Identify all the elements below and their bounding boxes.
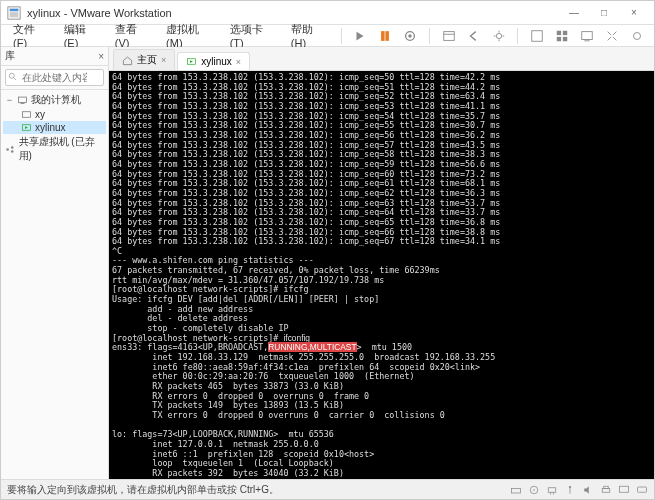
svg-rect-41 [638, 487, 647, 492]
unity-button[interactable] [551, 26, 572, 46]
message-icon[interactable] [636, 484, 648, 496]
svg-marker-3 [357, 31, 364, 40]
close-button[interactable]: × [620, 4, 648, 22]
expand-icon[interactable]: − [5, 95, 14, 105]
svg-rect-15 [563, 36, 567, 40]
terminal-console[interactable]: 64 bytes from 153.3.238.102 (153.3.238.1… [109, 71, 654, 479]
stretch-button[interactable] [602, 26, 623, 46]
usb-icon[interactable] [564, 484, 576, 496]
svg-point-25 [6, 148, 9, 151]
svg-marker-24 [25, 126, 28, 129]
status-text: 要将输入定向到该虚拟机，请在虚拟机内部单击或按 Ctrl+G。 [7, 483, 279, 497]
svg-rect-11 [532, 30, 543, 41]
svg-point-32 [533, 489, 535, 491]
svg-rect-12 [557, 30, 561, 34]
tree-label: xy [35, 109, 45, 120]
separator [517, 28, 518, 44]
svg-point-27 [11, 150, 14, 153]
svg-rect-1 [10, 8, 19, 11]
shared-icon [5, 144, 16, 155]
tab-label: xylinux [201, 56, 232, 67]
cd-icon[interactable] [528, 484, 540, 496]
svg-rect-20 [18, 97, 26, 103]
maximize-button[interactable]: □ [590, 4, 618, 22]
svg-line-19 [14, 78, 17, 81]
printer-icon[interactable] [600, 484, 612, 496]
svg-rect-8 [443, 31, 454, 40]
computer-icon [17, 95, 28, 106]
network-icon[interactable] [546, 484, 558, 496]
tree-label: 共享虚拟机 (已弃用) [19, 135, 104, 163]
tab-home[interactable]: 主页 × [113, 49, 175, 70]
svg-rect-13 [563, 30, 567, 34]
status-device-icons [510, 484, 648, 496]
disk-icon[interactable] [510, 484, 522, 496]
svg-rect-16 [582, 31, 593, 39]
svg-rect-5 [386, 31, 389, 40]
vm-tree: − 我的计算机 xy xylinux 共享虚拟机 (已弃用) [1, 90, 108, 166]
tree-label: xylinux [35, 122, 66, 133]
tree-item-shared-vms[interactable]: 共享虚拟机 (已弃用) [3, 134, 106, 164]
svg-rect-17 [585, 40, 590, 41]
statusbar: 要将输入定向到该虚拟机，请在虚拟机内部单击或按 Ctrl+G。 [1, 479, 654, 499]
snapshot-manager-button[interactable] [438, 26, 459, 46]
tree-item-xylinux[interactable]: xylinux [3, 121, 106, 134]
svg-rect-21 [20, 103, 24, 104]
app-icon [7, 6, 21, 20]
minimize-button[interactable]: — [560, 4, 588, 22]
svg-rect-2 [10, 12, 19, 17]
revert-button[interactable] [463, 26, 484, 46]
tree-label: 我的计算机 [31, 93, 81, 107]
sidebar-close-button[interactable]: × [98, 51, 104, 62]
vm-running-icon [21, 122, 32, 133]
tab-label: 主页 [137, 53, 157, 67]
vm-icon [21, 109, 32, 120]
svg-rect-22 [22, 112, 30, 118]
search-input[interactable] [5, 69, 104, 86]
sidebar-title: 库 [5, 49, 15, 63]
snapshot-button[interactable] [400, 26, 421, 46]
tree-item-xy[interactable]: xy [3, 108, 106, 121]
tab-xylinux[interactable]: xylinux × [177, 52, 250, 70]
pause-button[interactable] [375, 26, 396, 46]
separator [429, 28, 430, 44]
sidebar: 库 × − 我的计算机 xy xylinux [1, 47, 109, 479]
menubar: 文件(F) 编辑(E) 查看(V) 虚拟机(M) 选项卡(T) 帮助(H) [1, 25, 654, 47]
svg-marker-29 [190, 60, 193, 63]
svg-rect-14 [557, 36, 561, 40]
svg-rect-33 [548, 487, 556, 492]
home-icon [122, 55, 133, 66]
svg-rect-4 [382, 31, 385, 40]
fullscreen-button[interactable] [526, 26, 547, 46]
svg-rect-30 [512, 488, 521, 493]
separator [341, 28, 342, 44]
vm-running-icon [186, 56, 197, 67]
power-button[interactable] [350, 26, 371, 46]
settings-button[interactable] [488, 26, 509, 46]
display-icon[interactable] [618, 484, 630, 496]
svg-rect-38 [602, 488, 610, 492]
tab-close-button[interactable]: × [161, 55, 166, 65]
sound-icon[interactable] [582, 484, 594, 496]
console-button[interactable] [577, 26, 598, 46]
svg-point-18 [9, 73, 14, 78]
svg-rect-40 [620, 486, 629, 492]
tree-root-my-computer[interactable]: − 我的计算机 [3, 92, 106, 108]
svg-point-26 [11, 146, 14, 149]
svg-point-7 [409, 34, 413, 38]
window-title: xylinux - VMware Workstation [27, 7, 560, 19]
svg-rect-39 [604, 486, 609, 488]
search-icon [8, 72, 18, 82]
loop-button[interactable] [627, 26, 648, 46]
svg-point-10 [496, 33, 501, 38]
tab-close-button[interactable]: × [236, 57, 241, 67]
tabbar: 主页 × xylinux × [109, 47, 654, 71]
